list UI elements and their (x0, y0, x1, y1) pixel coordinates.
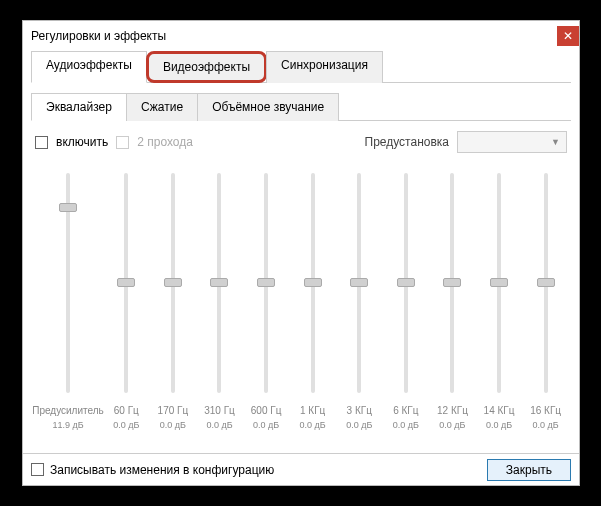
band-thumb[interactable] (443, 278, 461, 287)
band-slider-9: 16 КГц 0.0 дБ (522, 173, 569, 438)
tab-equalizer[interactable]: Эквалайзер (31, 93, 127, 121)
band-freq-label: 6 КГц (393, 405, 418, 416)
band-value-label: 0.0 дБ (486, 420, 512, 430)
footer: Записывать изменения в конфигурацию Закр… (23, 453, 579, 485)
tab-synchronization[interactable]: Синхронизация (266, 51, 383, 83)
content-area: Эквалайзер Сжатие Объёмное звучание вклю… (23, 83, 579, 443)
band-thumb[interactable] (257, 278, 275, 287)
band-value-label: 0.0 дБ (160, 420, 186, 430)
band-track[interactable] (311, 173, 315, 393)
preamp-track[interactable] (66, 173, 70, 393)
band-track[interactable] (171, 173, 175, 393)
main-tabs: Аудиоэффекты Видеоэффекты Синхронизация (31, 51, 571, 83)
two-pass-label: 2 прохода (137, 135, 193, 149)
band-track[interactable] (357, 173, 361, 393)
band-slider-1: 170 Гц 0.0 дБ (150, 173, 197, 438)
effects-window: Регулировки и эффекты ✕ Аудиоэффекты Вид… (22, 20, 580, 486)
preamp-slider: Предусилитель 11.9 дБ (33, 173, 103, 438)
tab-spatializer[interactable]: Объёмное звучание (197, 93, 339, 121)
tab-video-effects[interactable]: Видеоэффекты (146, 51, 267, 83)
band-track[interactable] (497, 173, 501, 393)
band-freq-label: 600 Гц (251, 405, 282, 416)
preamp-label: Предусилитель (32, 405, 104, 416)
controls-row: включить 2 прохода Предустановка ▼ (31, 121, 571, 163)
titlebar: Регулировки и эффекты ✕ (23, 21, 579, 51)
band-slider-2: 310 Гц 0.0 дБ (196, 173, 243, 438)
band-value-label: 0.0 дБ (533, 420, 559, 430)
tab-compression[interactable]: Сжатие (126, 93, 198, 121)
band-slider-3: 600 Гц 0.0 дБ (243, 173, 290, 438)
band-freq-label: 14 КГц (484, 405, 515, 416)
band-value-label: 0.0 дБ (346, 420, 372, 430)
band-freq-label: 60 Гц (114, 405, 139, 416)
band-freq-label: 1 КГц (300, 405, 325, 416)
band-thumb[interactable] (117, 278, 135, 287)
equalizer-sliders: Предусилитель 11.9 дБ 60 Гц 0.0 дБ 170 Г… (31, 163, 571, 443)
band-freq-label: 16 КГц (530, 405, 561, 416)
band-freq-label: 310 Гц (204, 405, 235, 416)
band-value-label: 0.0 дБ (300, 420, 326, 430)
band-value-label: 0.0 дБ (206, 420, 232, 430)
preamp-thumb[interactable] (59, 203, 77, 212)
two-pass-checkbox (116, 136, 129, 149)
preset-dropdown[interactable]: ▼ (457, 131, 567, 153)
enable-label: включить (56, 135, 108, 149)
band-slider-4: 1 КГц 0.0 дБ (289, 173, 336, 438)
band-track[interactable] (404, 173, 408, 393)
band-thumb[interactable] (210, 278, 228, 287)
band-thumb[interactable] (397, 278, 415, 287)
band-thumb[interactable] (537, 278, 555, 287)
enable-checkbox[interactable] (35, 136, 48, 149)
band-thumb[interactable] (304, 278, 322, 287)
band-value-label: 0.0 дБ (439, 420, 465, 430)
band-track[interactable] (124, 173, 128, 393)
chevron-down-icon: ▼ (551, 137, 560, 147)
band-thumb[interactable] (490, 278, 508, 287)
band-slider-6: 6 КГц 0.0 дБ (383, 173, 430, 438)
window-title: Регулировки и эффекты (31, 29, 166, 43)
band-freq-label: 12 КГц (437, 405, 468, 416)
band-freq-label: 170 Гц (158, 405, 189, 416)
sub-tabs: Эквалайзер Сжатие Объёмное звучание (31, 93, 571, 121)
band-track[interactable] (544, 173, 548, 393)
band-value-label: 0.0 дБ (393, 420, 419, 430)
band-slider-7: 12 КГц 0.0 дБ (429, 173, 476, 438)
save-config-label: Записывать изменения в конфигурацию (50, 463, 274, 477)
band-slider-8: 14 КГц 0.0 дБ (476, 173, 523, 438)
tab-audio-effects[interactable]: Аудиоэффекты (31, 51, 147, 83)
band-freq-label: 3 КГц (347, 405, 372, 416)
band-track[interactable] (450, 173, 454, 393)
save-config-checkbox[interactable] (31, 463, 44, 476)
band-slider-5: 3 КГц 0.0 дБ (336, 173, 383, 438)
band-slider-0: 60 Гц 0.0 дБ (103, 173, 150, 438)
band-track[interactable] (217, 173, 221, 393)
band-thumb[interactable] (350, 278, 368, 287)
band-track[interactable] (264, 173, 268, 393)
preset-label: Предустановка (365, 135, 449, 149)
preamp-value: 11.9 дБ (52, 420, 83, 430)
close-icon[interactable]: ✕ (557, 26, 579, 46)
band-thumb[interactable] (164, 278, 182, 287)
close-button[interactable]: Закрыть (487, 459, 571, 481)
band-value-label: 0.0 дБ (113, 420, 139, 430)
band-value-label: 0.0 дБ (253, 420, 279, 430)
